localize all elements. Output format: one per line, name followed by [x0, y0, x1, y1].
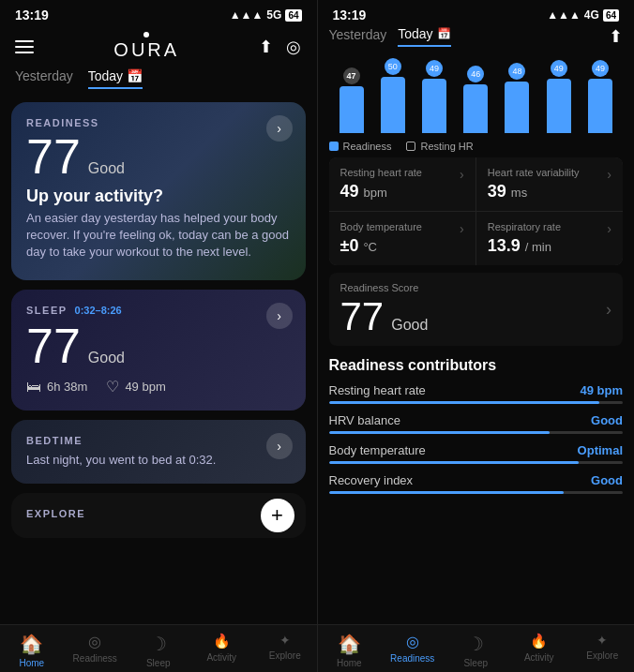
nav-home-left[interactable]: 🏠 Home: [0, 633, 64, 668]
sleep-icon-left: ☽: [150, 633, 167, 655]
readiness-score-arrow: ›: [606, 300, 611, 320]
left-tab-bar: Yesterday Today 📅: [0, 68, 317, 89]
readiness-score-info: Readiness Score 77 Good: [340, 282, 429, 336]
app-logo: OURA: [113, 32, 179, 61]
metric-hrv[interactable]: Heart rate variability 39 ms ›: [476, 157, 623, 211]
contributor-recovery-name: Recovery index: [329, 473, 414, 487]
nav-sleep-left[interactable]: ☽ Sleep: [127, 633, 190, 668]
right-status-icons: ▲▲▲ 4G 64: [547, 8, 619, 22]
metric-body-temp-value: ±0 °C: [340, 236, 422, 256]
bar-0: 47: [333, 67, 370, 133]
bar-1: 50: [374, 58, 412, 133]
readiness-card-arrow[interactable]: ›: [266, 115, 293, 142]
explore-section[interactable]: EXPLORE +: [11, 493, 306, 538]
sleep-score: 77: [26, 321, 81, 370]
readiness-score-display: 77 Good: [340, 297, 429, 336]
contributor-hrv-balance[interactable]: HRV balance Good: [329, 413, 624, 434]
sleep-resting-hr: 49 bpm: [125, 380, 165, 394]
readiness-icon-right: ◎: [406, 633, 419, 650]
metric-resp-rate-value: 13.9 / min: [488, 236, 561, 256]
contributors-title: Readiness contributors: [329, 357, 624, 374]
legend-readiness: Readiness: [329, 141, 392, 152]
contributor-resting-hr-bar-bg: [329, 401, 624, 404]
sleep-duration: 6h 38m: [47, 380, 87, 394]
explore-icon-right: ✦: [596, 633, 608, 648]
contributor-recovery-bar-bg: [329, 491, 624, 494]
contributor-resting-hr-name: Resting heart rate: [329, 383, 426, 397]
readiness-score-section[interactable]: Readiness Score 77 Good ›: [329, 273, 624, 346]
share-icon-right[interactable]: ⬆: [609, 26, 623, 47]
readiness-score-rating: Good: [391, 317, 428, 334]
left-bottom-nav: 🏠 Home ◎ Readiness ☽ Sleep 🔥 Activity ✦ …: [0, 624, 317, 672]
readiness-card-label: READINESS: [26, 117, 291, 128]
sleep-card[interactable]: › SLEEP 0:32–8:26 77 Good 🛏 6h 38m ♡ 49 …: [11, 290, 306, 411]
metric-resp-rate-arrow: ›: [607, 221, 611, 236]
readiness-card-desc: An easier day yesterday has helped your …: [26, 210, 291, 261]
home-icon-left: 🏠: [20, 633, 43, 655]
metric-hrv-value: 39 ms: [488, 182, 580, 202]
bar-value-6: 49: [592, 60, 609, 77]
nav-readiness-left[interactable]: ◎ Readiness: [64, 633, 128, 668]
left-status-icons: ▲▲▲ 5G 64: [230, 8, 302, 22]
nav-sleep-label-right: Sleep: [463, 658, 488, 668]
metric-resting-hr[interactable]: Resting heart rate 49 bpm ›: [329, 157, 476, 211]
bar-rect-3: [463, 84, 488, 133]
readiness-score-number: 77: [340, 297, 385, 336]
explore-plus-button[interactable]: +: [261, 499, 294, 532]
tab-today-left[interactable]: Today 📅: [88, 68, 143, 89]
metric-resp-rate[interactable]: Respiratory rate 13.9 / min ›: [476, 212, 623, 265]
nav-explore-label-right: Explore: [586, 650, 618, 661]
tab-yesterday-left[interactable]: Yesterday: [15, 68, 73, 89]
cards-container: › READINESS 77 Good Up your activity? An…: [0, 95, 317, 624]
nav-explore-left[interactable]: ✦ Explore: [253, 633, 317, 668]
contributor-resting-hr[interactable]: Resting heart rate 49 bpm: [329, 383, 624, 404]
bar-rect-4: [505, 82, 529, 133]
nav-sleep-right[interactable]: ☽ Sleep: [445, 633, 508, 668]
metric-body-temp-arrow: ›: [460, 221, 464, 236]
nav-home-right[interactable]: 🏠 Home: [318, 633, 382, 668]
target-icon[interactable]: ◎: [286, 37, 301, 57]
nav-explore-right[interactable]: ✦ Explore: [571, 633, 635, 668]
contributor-body-temp[interactable]: Body temperature Optimal: [329, 443, 624, 464]
sleep-hr-stat: ♡ 49 bpm: [106, 378, 165, 396]
contributor-recovery-index[interactable]: Recovery index Good: [329, 473, 624, 494]
bedtime-card-arrow[interactable]: ›: [266, 433, 293, 459]
bedtime-card[interactable]: › BEDTIME Last night, you went to bed at…: [11, 420, 306, 484]
nav-activity-left[interactable]: 🔥 Activity: [190, 633, 254, 668]
contributor-body-temp-bar-fill: [329, 461, 579, 464]
chart-legend: Readiness Resting HR: [318, 137, 635, 157]
left-time: 13:19: [15, 7, 49, 22]
tab-today-right[interactable]: Today 📅: [398, 26, 450, 47]
metric-body-temp-title: Body temperature: [340, 221, 422, 232]
nav-readiness-right[interactable]: ◎ Readiness: [381, 633, 445, 668]
share-icon[interactable]: ⬆: [259, 37, 273, 57]
nav-activity-right[interactable]: 🔥 Activity: [507, 633, 571, 668]
legend-resting-hr-label: Resting HR: [420, 141, 473, 152]
sleep-time-range: 0:32–8:26: [75, 305, 122, 316]
readiness-score: 77: [26, 132, 81, 181]
readiness-score-label: Readiness Score: [340, 282, 429, 293]
bar-rect-6: [588, 79, 612, 133]
sleep-duration-stat: 🛏 6h 38m: [26, 379, 87, 396]
sleep-card-arrow[interactable]: ›: [266, 303, 293, 329]
bedtime-label: BEDTIME: [26, 435, 291, 446]
readiness-score-row: 77 Good: [26, 132, 291, 181]
metric-body-temp[interactable]: Body temperature ±0 °C ›: [329, 212, 476, 265]
sleep-score-row: 77 Good: [26, 321, 291, 370]
right-network-type: 4G: [584, 8, 599, 22]
contributor-body-temp-name: Body temperature: [329, 443, 426, 457]
bar-6: 49: [581, 60, 619, 133]
contributor-resting-hr-bar-fill: [329, 401, 599, 404]
contributor-body-temp-bar-bg: [329, 461, 624, 464]
menu-button[interactable]: [15, 40, 34, 53]
right-signal-icon: ▲▲▲: [547, 8, 581, 22]
bar-value-5: 49: [551, 60, 567, 77]
sleep-score-label: Good: [88, 350, 125, 366]
readiness-card[interactable]: › READINESS 77 Good Up your activity? An…: [11, 102, 306, 280]
tab-yesterday-right[interactable]: Yesterday: [329, 27, 387, 46]
bar-rect-2: [422, 79, 446, 133]
bedtime-desc: Last night, you went to bed at 0:32.: [26, 452, 291, 469]
left-panel: 13:19 ▲▲▲ 5G 64 OURA ⬆ ◎ Yesterday Today…: [0, 0, 317, 672]
legend-readiness-label: Readiness: [343, 141, 392, 152]
contributor-hrv-name: HRV balance: [329, 413, 400, 427]
